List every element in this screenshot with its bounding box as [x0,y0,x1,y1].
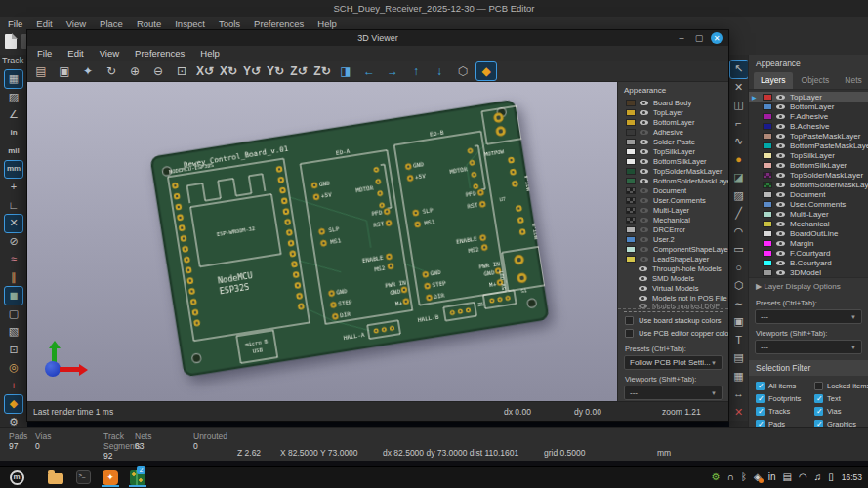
layer-color-swatch[interactable] [763,250,772,257]
via-display-mode[interactable]: ◎ [5,359,22,377]
visibility-eye-icon[interactable] [640,118,649,127]
visibility-eye-icon[interactable] [776,220,786,228]
visibility-eye-icon[interactable] [640,108,649,117]
visibility-eye-icon[interactable] [776,249,786,258]
layer-row[interactable]: BottomSilkLayer [749,160,868,170]
layer-row[interactable]: 3DModel [749,267,868,277]
visibility-eye-icon[interactable] [776,171,786,180]
arc-app-icon[interactable]: ∩ [727,472,734,482]
visibility-eye-icon[interactable] [640,147,649,156]
layer-color-swatch[interactable] [763,142,772,149]
polar-coordinates[interactable]: ∠ [5,106,22,124]
viewer-layer-row[interactable]: User.2 [618,234,728,244]
visibility-eye-icon[interactable] [776,190,786,199]
viewer-titlebar[interactable]: 3D Viewer – ▢ ✕ [27,30,728,46]
viewer-layer-row[interactable]: BottomLayer [618,117,728,127]
selection-filter-item[interactable]: Pads [756,419,814,427]
visibility-eye-icon[interactable] [640,206,649,215]
layer-color-swatch[interactable] [763,133,772,140]
layer-row[interactable]: Margin [749,238,868,248]
viewer-layer-row[interactable]: User.Comments [618,195,728,205]
layer-row[interactable]: TopLayer [749,92,868,102]
layer-color-swatch[interactable] [763,221,772,227]
grid-overrides[interactable]: ▨ [5,89,22,106]
viewer-layer-row[interactable]: BottomSolderMaskLaye [618,176,728,185]
pan-left[interactable]: ← [359,62,379,80]
layer-color-swatch[interactable] [626,129,636,136]
viewer-model-row[interactable]: Virtual Models [618,283,728,293]
viewer-model-row[interactable]: Models not in POS File [618,293,728,303]
visibility-eye-icon[interactable] [639,284,648,293]
layer-color-swatch[interactable] [763,240,772,247]
layer-row[interactable]: User.Comments [749,199,868,209]
checkbox[interactable] [814,382,823,390]
reload-board[interactable]: ↻ [102,62,121,80]
viewer-option-row[interactable]: Use board stackup colors [618,314,728,327]
pan-right[interactable]: → [383,62,402,80]
selection-filter-item[interactable]: Vias [814,406,868,416]
add-footprint-tool[interactable]: ◫ [730,97,748,114]
layer-color-swatch[interactable] [763,162,772,169]
visibility-eye-icon[interactable] [640,255,649,264]
visibility-eye-icon[interactable] [640,245,649,254]
layer-row[interactable]: F.Courtyard [749,248,868,258]
zone-display-filled[interactable]: ◼ [5,287,22,305]
visibility-eye-icon[interactable] [776,268,786,277]
layer-row[interactable]: BottomLayer [749,102,868,111]
maximize-icon[interactable]: ▢ [693,32,705,44]
layer-color-swatch[interactable] [626,168,636,175]
checkbox[interactable] [756,382,765,390]
appearance-tab[interactable]: Objects [795,72,837,89]
visibility-eye-icon[interactable] [776,181,786,189]
layer-color-swatch[interactable] [626,109,636,116]
layer-color-swatch[interactable] [626,119,636,126]
viewer-layer-row[interactable]: Multi-Layer [618,205,728,215]
track-width-selector[interactable]: Track [2,56,27,68]
zone-display-hatched[interactable]: ▧ [5,323,22,341]
bluetooth-icon[interactable]: ᛒ [741,472,747,482]
update-manager-icon[interactable]: ⚙ [712,472,721,482]
kicad-pcb[interactable]: 2 [127,468,148,487]
rotate-y-counterclockwise[interactable]: Y↻ [266,62,285,80]
minimize-icon[interactable]: – [676,32,687,44]
draw-polygon-tool[interactable]: ⬡ [730,277,748,295]
appearance-layers-toggle[interactable]: ◆ [5,395,22,413]
3d-viewport[interactable]: Dewey_Control_Board_v.01NODEMCU-ESP32SES… [27,82,617,401]
terminal[interactable] [72,468,94,487]
full-window-crosshair[interactable]: + [5,179,22,196]
main-menu-item[interactable]: Route [137,19,161,29]
layer-row[interactable]: B.Courtyard [749,258,868,267]
toggle-appearance-panel[interactable]: ◆ [476,62,496,80]
visibility-eye-icon[interactable] [776,122,786,131]
visibility-eye-icon[interactable] [640,225,649,234]
layer-row[interactable]: BottomSolderMaskLayer [749,180,868,189]
visibility-eye-icon[interactable] [640,157,649,166]
orange-app[interactable] [100,468,121,487]
mint-menu[interactable] [6,468,27,487]
selection-filter-item[interactable]: Text [814,393,868,403]
viewer-layer-row[interactable]: TopLayer [618,107,728,117]
main-menu-item[interactable]: Inspect [175,19,205,29]
layer-color-swatch[interactable] [763,191,772,198]
layer-color-swatch[interactable] [626,256,636,263]
layer-color-swatch[interactable] [626,148,636,155]
zoom-to-fit[interactable]: ⊡ [172,62,191,80]
layer-color-swatch[interactable] [626,207,636,214]
viewer-menu-item[interactable]: View [100,48,119,59]
layer-color-swatch[interactable] [763,182,772,188]
layer-color-swatch[interactable] [763,211,772,218]
viewer-layer-row[interactable]: LeadShapeLayer [618,254,728,264]
hide-ratsnest[interactable]: ⊘ [5,233,22,251]
viewer-layer-row[interactable]: TopSolderMaskLayer [618,166,728,176]
layer-color-swatch[interactable] [626,100,636,106]
pan-down[interactable]: ↓ [430,62,449,80]
layer-color-swatch[interactable] [763,201,772,208]
layer-color-swatch[interactable] [763,113,772,120]
selection-filter-item[interactable]: All items [756,381,814,390]
viewer-layer-row[interactable]: Board Body [618,98,728,107]
layer-color-swatch[interactable] [763,269,772,276]
selection-filter-item[interactable]: Graphics [814,419,868,427]
selection-filter-item[interactable]: Tracks [756,406,814,416]
viewer-model-row[interactable]: Through-hole Models [618,264,728,273]
presets-dropdown[interactable]: --- ▼ [755,309,862,324]
